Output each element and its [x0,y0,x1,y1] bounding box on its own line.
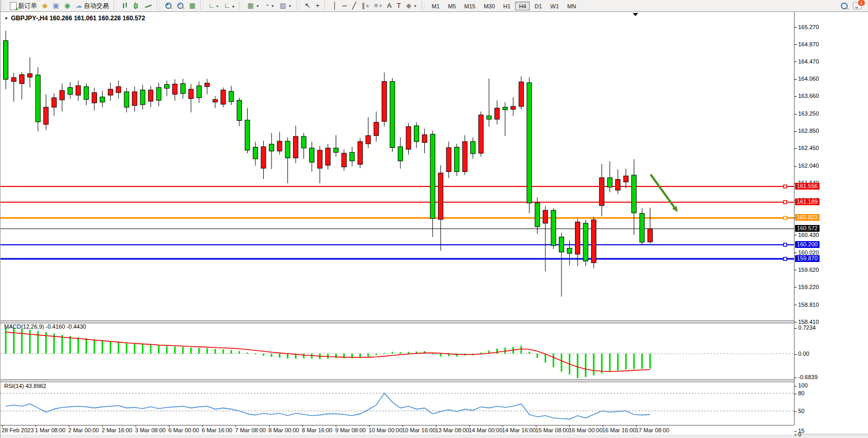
chart-collapse-icon[interactable]: ▼ [4,16,8,21]
time-axis-label: 13 Mar 08:00 [435,427,469,433]
trading-platform-window: 新订单◆▣◉☁自动交易+−▦∟▸∟▴▦▼◔▼▨▼↖+│─╱∥E≡FAT◆▼M1M… [0,0,868,438]
bar-chart-mode-button[interactable] [120,1,130,10]
equidistant-channel-tool-icon: ∥ [361,2,365,10]
timeframe-m30-button[interactable]: M30 [480,2,498,10]
icon-detail: ▴ [232,4,234,8]
resistance-line-1-price-label: 161.556 [795,183,820,190]
dropdown-caret-icon[interactable]: ▼ [256,4,260,8]
time-axis-label: 16 Mar 00:00 [569,427,603,433]
chart-shift-button[interactable]: ∟▴ [222,1,237,10]
gold-symbol-button[interactable]: ◆ [40,1,50,10]
price-axis-tick: 158.810 [794,302,819,308]
chart-shift-icon: ∟ [224,2,231,10]
autotrading-icon: ☁ [76,2,82,10]
toolbar-grip [324,2,327,10]
toolbar-group-pointer: ↖+ [301,0,324,11]
price-axis[interactable]: 165.270164.870164.470164.060163.660163.2… [794,11,868,434]
resistance-line-2-price-label: 161.189 [795,198,820,205]
signals-icon: ◉ [64,2,70,10]
toolbar-grip [2,2,5,10]
candlestick-mode-button[interactable] [131,1,142,10]
dropdown-caret-icon[interactable]: ▼ [288,4,292,8]
timeframe-mn-button[interactable]: MN [564,2,580,10]
chat-button[interactable]: 1 [851,1,864,10]
search-button[interactable] [839,1,850,10]
timeframe-h4-button[interactable]: H4 [515,2,530,10]
text-label-tool-button[interactable]: T [395,1,403,10]
support-line-2-handle[interactable] [784,257,787,260]
templates-button[interactable]: ▨▼ [277,1,294,10]
tile-windows-button[interactable]: ▦ [187,1,198,10]
price-axis-tick: 164.060 [794,76,819,82]
cursor-tool-icon: ↖ [305,2,311,10]
new-order-button-label: 新订单 [18,2,37,10]
zoom-out-icon: − [177,3,184,9]
auto-scroll-button[interactable]: ∟▸ [206,1,221,10]
macd-panel[interactable] [1,328,794,378]
trendline-tool-button[interactable]: ╱ [350,1,359,10]
autotrading-button-label: 自动交易 [84,2,109,10]
shapes-tool-icon: ◆ [406,2,411,10]
shapes-tool-button[interactable]: ◆▼ [404,1,419,10]
time-axis-label: 9 Mar 08:00 [335,427,366,433]
timeframe-m1-button[interactable]: M1 [428,2,443,10]
equidistant-channel-tool-button[interactable]: ∥E [359,1,371,10]
toolbar-group-chart-mode [118,0,156,11]
panel-separator-macd[interactable] [1,320,794,323]
crosshair-tool-button[interactable]: + [314,1,322,10]
resistance-line-2-handle[interactable] [784,201,787,204]
macd-indicator-label: MACD(12,26,9) -0.4160 -0.4430 [4,323,86,330]
crosshair-tool-icon: + [316,2,320,10]
macd-axis-tick: -0.6839 [794,374,817,380]
timeframe-h1-button[interactable]: H1 [499,2,514,10]
timeframe-m5-button[interactable]: M5 [444,2,459,10]
current-price-line-price-label: 160.572 [795,225,820,232]
time-axis-label: 14 Mar 16:00 [502,427,536,433]
panel-separator-rsi[interactable] [1,379,794,382]
toolbar-grip [200,2,203,10]
support-line-1-handle[interactable] [784,243,787,246]
price-axis-tick: 163.660 [794,93,819,99]
pivot-line-handle[interactable] [784,216,787,219]
signals-button[interactable]: ◉ [62,1,72,10]
time-axis[interactable]: 28 Feb 20231 Mar 08:002 Mar 00:002 Mar 1… [1,425,794,434]
icon-subscript: F [380,4,382,8]
main-price-panel[interactable] [1,31,794,297]
timeframe-m15-button[interactable]: M15 [461,2,479,10]
macd-value-2: -0.4430 [67,323,86,330]
zoom-out-button[interactable]: − [175,1,186,10]
new-chart-button[interactable]: ▦▼ [245,1,261,10]
autotrading-button[interactable]: ☁自动交易 [74,1,111,10]
rsi-panel[interactable] [1,393,794,425]
chart-shift-marker[interactable] [633,13,638,16]
chart-plot[interactable] [1,11,794,425]
time-axis-label: 14 Mar 00:00 [469,427,503,433]
price-axis-tick: 159.220 [794,284,819,290]
timeframe-d1-button[interactable]: D1 [531,2,545,10]
period-icon: ◔ [265,2,269,10]
depth-of-market-button[interactable]: ▣ [51,1,61,10]
new-order-button[interactable]: 新订单 [8,1,39,10]
timeframe-w1-button[interactable]: W1 [547,2,563,10]
templates-icon: ▨ [279,2,286,10]
new-order-icon [10,2,17,10]
candles [4,31,653,297]
cursor-tool-button[interactable]: ↖ [303,1,313,10]
zoom-in-button[interactable]: + [163,1,174,10]
period-button[interactable]: ◔▼ [263,1,277,10]
macd-value-1: -0.4160 [45,323,65,330]
dropdown-caret-icon[interactable]: ▼ [271,4,275,8]
vertical-line-tool-button[interactable]: │ [331,1,339,10]
depth-of-market-icon: ▣ [53,2,59,10]
resistance-line-1-handle[interactable] [784,185,787,188]
trend-arrow-annotation[interactable] [651,174,678,212]
fibonacci-tool-button[interactable]: ≡F [372,1,384,10]
time-axis-label: 2 Mar 00:00 [68,427,99,433]
dropdown-caret-icon[interactable]: ▼ [413,4,417,8]
text-tool-button[interactable]: A [385,1,394,10]
line-chart-icon [145,3,152,9]
chart-window[interactable]: ▼ GBPJPY-,H4 160.266 161.061 160.228 160… [1,11,868,434]
horizontal-line-tool-button[interactable]: ─ [340,1,349,10]
line-chart-mode-button[interactable] [143,1,154,10]
time-axis-label: 8 Mar 00:00 [268,427,299,433]
